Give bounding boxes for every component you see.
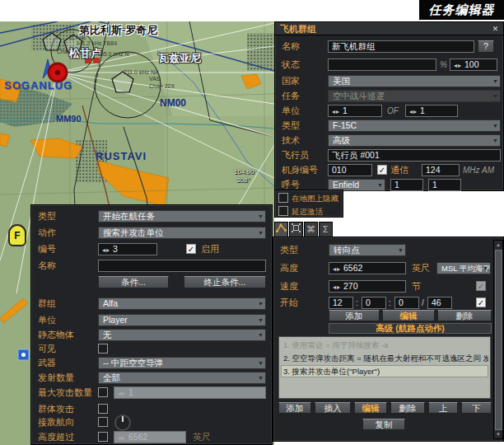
unit-count-stepper[interactable]: ◂▸ 1 xyxy=(328,105,382,117)
list-item[interactable]: 3. 搜索并攻击单位("Player") xyxy=(281,365,488,377)
altitude-above-stepper[interactable]: ◂▸ 6562 xyxy=(114,431,186,443)
altitude-above-checkbox[interactable] xyxy=(98,432,108,442)
start-seconds-input[interactable]: 0 xyxy=(394,297,419,309)
group-name-input[interactable]: 新飞机群组 xyxy=(328,40,474,53)
target-unit-label: 单位 xyxy=(38,314,56,326)
altitude-above-unit: 英尺 xyxy=(193,431,211,443)
callsign-num2-input[interactable]: 1 xyxy=(428,179,461,191)
transform-icon xyxy=(292,223,301,232)
help-button[interactable]: ? xyxy=(478,40,494,53)
hidden-on-map-checkbox[interactable] xyxy=(278,193,288,203)
altitude-above-label: 高度超过 xyxy=(38,431,74,443)
speed-lock-checkbox[interactable]: ✓ xyxy=(476,281,486,291)
copy-button[interactable]: 复制 xyxy=(362,419,405,430)
wp-edit-button[interactable]: 编辑 xyxy=(382,310,435,321)
unit-total-stepper[interactable]: ◂▸ 1 xyxy=(405,105,458,117)
frequency-input[interactable]: 124 xyxy=(422,164,460,176)
pilot-input[interactable]: 飞行员 #001 xyxy=(328,149,501,162)
group-options-strip: 在地图上隐藏 延迟激活 xyxy=(274,190,343,218)
weapon-dropdown[interactable]: -- 中距空空导弹▼ xyxy=(98,357,266,369)
action-down-button[interactable]: 下 xyxy=(461,402,492,414)
action-insert-button[interactable]: 插入 xyxy=(315,402,351,414)
tab-transform[interactable] xyxy=(289,222,303,237)
enabled-checkbox[interactable]: ✓ xyxy=(186,244,196,254)
static-object-dropdown[interactable]: 无▼ xyxy=(98,329,266,341)
tab-route[interactable] xyxy=(274,222,288,237)
max-attack-checkbox[interactable] xyxy=(98,387,108,397)
weapon-label: 武器 xyxy=(38,357,56,369)
task-action-panel: 类型 开始在航任务▼ 动作 搜索并攻击单位▼ 编号 ◂▸ 3 ✓ 启用 名称 条… xyxy=(30,204,273,445)
map-blue-icon xyxy=(18,349,29,360)
aircraft-type-dropdown[interactable]: F-15C▼ xyxy=(328,119,501,132)
heading-dial[interactable] xyxy=(114,415,131,431)
list-item[interactable]: 1. 使用雷达 = 用于持续搜索 -a xyxy=(281,339,488,351)
task-dropdown[interactable]: 空中战斗巡逻▼ xyxy=(328,90,501,102)
scrollbar[interactable]: ▲ ▼ xyxy=(493,240,503,439)
frequency-unit: MHz AM xyxy=(463,164,494,176)
visible-checkbox[interactable] xyxy=(98,344,108,354)
tab-summary[interactable]: Σ xyxy=(319,222,333,237)
wp-type-dropdown[interactable]: 转向点▼ xyxy=(329,244,406,256)
waypoint-panel: 类型 转向点▼ 高度 ◂▸ 6562 英尺 MSL 平均海平面▼ 速度 ◂▸ 2… xyxy=(273,237,504,442)
list-item[interactable]: 2. 空空导弹攻击距离 = 随机在最大射程和不可逃逸区之间 发射 xyxy=(281,352,488,364)
task-name-label: 名称 xyxy=(38,260,56,272)
condition-label: 状态 xyxy=(282,59,300,71)
app-title: 任务编辑器 xyxy=(419,0,504,20)
action-delete-button[interactable]: 删除 xyxy=(390,402,425,414)
unit-marker[interactable] xyxy=(49,63,67,82)
speed-unit: 节 xyxy=(412,280,421,293)
start-day-input[interactable]: 46 xyxy=(427,297,452,309)
action-add-button[interactable]: 添加 xyxy=(278,402,311,414)
start-minutes-input[interactable]: 0 xyxy=(362,297,386,309)
tab-actions[interactable]: ⌘ xyxy=(304,222,318,237)
group-label: 群组 xyxy=(38,297,56,310)
task-name-input[interactable] xyxy=(98,260,266,272)
airplane-group-panel: 飞机群组 ✕ 名称 新飞机群组 ? 状态 % ◂▸ 100 国家 美国▼ 任务 … xyxy=(274,21,504,191)
country-dropdown[interactable]: 美国▼ xyxy=(328,75,501,87)
max-attack-stepper[interactable]: ◂▸ 1 xyxy=(114,386,266,399)
group-dropdown[interactable]: Alfa▼ xyxy=(98,297,266,310)
expend-dropdown[interactable]: 全部▼ xyxy=(98,372,266,384)
action-dropdown[interactable]: 搜索并攻击单位▼ xyxy=(98,227,266,239)
late-activation-checkbox[interactable] xyxy=(278,206,288,216)
target-unit-dropdown[interactable]: Player▼ xyxy=(98,314,266,326)
comms-checkbox[interactable]: ✓ xyxy=(377,165,387,175)
callsign-num1-input[interactable]: 1 xyxy=(390,179,423,191)
condition-input[interactable] xyxy=(328,59,436,71)
expend-label: 发射数量 xyxy=(38,372,74,384)
wp-add-button[interactable]: 添加 xyxy=(329,310,380,321)
panel-title: 飞机群组 xyxy=(275,22,503,35)
tail-number-input[interactable]: 010 xyxy=(328,164,372,176)
of-text: OF xyxy=(387,105,399,117)
name-label: 名称 xyxy=(282,40,300,53)
group-attack-checkbox[interactable] xyxy=(98,404,108,414)
spinner-right-icon[interactable]: ▸ xyxy=(458,62,461,69)
number-stepper[interactable]: ◂▸ 3 xyxy=(98,243,157,255)
skill-dropdown[interactable]: 高级▼ xyxy=(328,134,501,147)
altitude-reference-dropdown[interactable]: MSL 平均海平面▼ xyxy=(436,262,491,274)
scroll-up-icon[interactable]: ▲ xyxy=(494,241,502,249)
probability-stepper[interactable]: ◂▸ 100 xyxy=(450,59,497,71)
start-hours-input[interactable]: 12 xyxy=(329,297,353,309)
chevron-down-icon: ▼ xyxy=(492,78,498,85)
task-type-dropdown[interactable]: 开始在航任务▼ xyxy=(98,210,266,222)
action-up-button[interactable]: 上 xyxy=(428,402,458,414)
scrollbar-thumb[interactable] xyxy=(495,250,502,430)
advanced-waypoint-actions-button[interactable]: 高级 (航路点动作) xyxy=(329,323,492,334)
max-attack-label: 最大攻击数量 xyxy=(38,386,92,399)
action-edit-button[interactable]: 编辑 xyxy=(354,402,387,414)
stop-condition-button[interactable]: 终止条件... xyxy=(184,276,266,288)
altitude-stepper[interactable]: ◂▸ 6562 xyxy=(329,262,406,274)
task-type-label: 类型 xyxy=(38,210,56,222)
wp-delete-button[interactable]: 删除 xyxy=(437,310,492,321)
close-icon[interactable]: ✕ xyxy=(490,24,501,35)
start-time-checkbox[interactable]: ✓ xyxy=(476,297,486,307)
scroll-down-icon[interactable]: ▼ xyxy=(494,430,502,438)
spinner-left-icon[interactable]: ◂ xyxy=(454,62,457,69)
altitude-unit: 英尺 xyxy=(412,262,430,274)
direction-checkbox[interactable] xyxy=(98,417,108,427)
map-f-marker[interactable]: F xyxy=(8,224,26,246)
speed-stepper[interactable]: ◂▸ 270 xyxy=(329,280,406,293)
condition-button[interactable]: 条件... xyxy=(98,276,169,288)
altitude-label: 高度 xyxy=(280,262,298,274)
